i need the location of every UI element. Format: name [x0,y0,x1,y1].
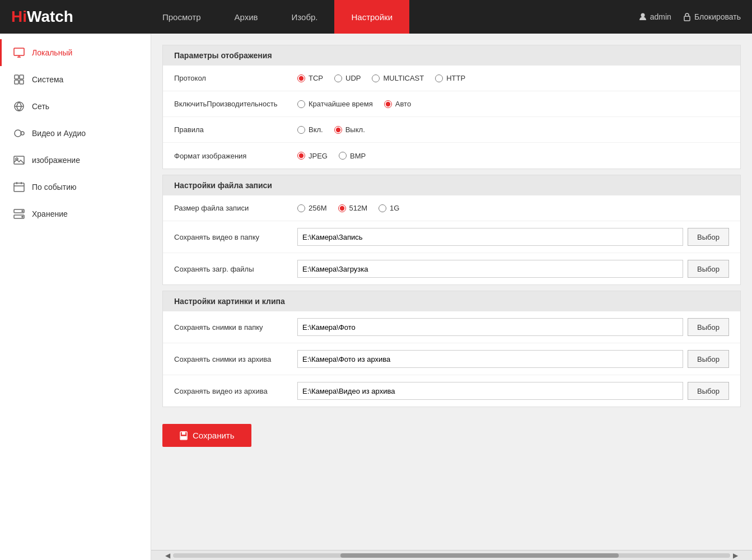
scroll-right-arrow[interactable]: ▶ [730,552,741,559]
download-folder-input[interactable] [297,260,683,278]
content-area: Параметры отображения Протокол TCP UDP [151,34,752,560]
scrollbar-thumb[interactable] [340,553,619,558]
video-folder-input-wrap: Выбор [297,228,729,246]
protocol-udp[interactable]: UDP [334,74,361,82]
sidebar: Локальный Система Сеть Видео и Аудио изо [0,34,151,560]
sidebar-item-network[interactable]: Сеть [0,93,151,120]
archive-video-browse-btn[interactable]: Выбор [688,382,729,400]
bottom-scrollbar[interactable]: ◀ ▶ [151,550,752,560]
archive-snapshots-input-wrap: Выбор [297,350,729,368]
video-icon [13,127,25,139]
record-section: Настройки файла записи Размер файла запи… [162,175,741,285]
protocol-tcp[interactable]: TCP [297,74,323,82]
size-512-radio[interactable] [338,204,346,212]
rules-off-label: Выкл. [345,125,365,134]
svg-rect-1 [684,16,690,21]
video-folder-browse-btn[interactable]: Выбор [688,228,729,246]
sidebar-item-events[interactable]: По событию [0,174,151,200]
perf-shortest-radio[interactable] [297,100,305,108]
performance-label: ВключитьПроизводительность [174,100,297,108]
protocol-udp-radio[interactable] [334,74,342,82]
block-icon [683,12,692,21]
performance-row: ВключитьПроизводительность Кратчайшее вр… [163,91,740,117]
imgformat-label: Формат изображения [174,152,297,160]
video-folder-input[interactable] [297,228,683,246]
scroll-left-arrow[interactable]: ◀ [162,552,173,559]
snapshots-folder-row: Сохранять снимки в папку Выбор [163,311,740,343]
snapshots-folder-controls: Выбор [297,318,729,336]
protocol-tcp-radio[interactable] [297,74,305,82]
rules-off-radio[interactable] [334,126,342,134]
protocol-multicast[interactable]: MULTICAST [372,74,424,82]
save-btn-label: Сохранить [193,431,235,440]
clip-section: Настройки картинки и клипа Сохранять сни… [162,291,741,407]
sidebar-item-local[interactable]: Локальный [0,39,151,66]
sidebar-item-storage[interactable]: Хранение [0,200,151,227]
perf-auto-radio[interactable] [384,100,392,108]
video-folder-label: Сохранять видео в папку [174,233,297,241]
svg-point-0 [641,13,644,17]
rules-on[interactable]: Вкл. [297,125,323,134]
sidebar-item-video-audio[interactable]: Видео и Аудио [0,120,151,147]
video-folder-row: Сохранять видео в папку Выбор [163,221,740,253]
svg-rect-5 [15,80,18,84]
perf-auto[interactable]: Авто [384,100,411,108]
calendar-icon [13,181,25,193]
format-bmp-radio[interactable] [339,152,347,160]
format-bmp[interactable]: BMP [339,152,366,160]
svg-point-15 [22,211,23,212]
perf-shortest[interactable]: Кратчайшее время [297,100,373,108]
svg-rect-19 [181,436,186,439]
svg-rect-3 [15,75,18,79]
size-1g[interactable]: 1G [379,204,399,212]
download-folder-row: Сохранять загр. файлы Выбор [163,253,740,284]
protocol-controls: TCP UDP MULTICAST HTTP [297,74,729,82]
rules-on-radio[interactable] [297,126,305,134]
size-256-radio[interactable] [297,204,305,212]
user-menu[interactable]: admin [638,12,671,21]
protocol-http[interactable]: HTTP [435,74,465,82]
archive-snapshots-input[interactable] [297,350,683,368]
save-btn-wrap: Сохранить [162,413,741,458]
scrollbar-track[interactable] [173,553,730,558]
size-1g-radio[interactable] [379,204,386,212]
snapshots-folder-input[interactable] [297,318,683,336]
imgformat-row: Формат изображения JPEG BMP [163,143,740,169]
save-button[interactable]: Сохранить [162,424,251,447]
clip-section-header: Настройки картинки и клипа [163,291,740,311]
download-folder-browse-btn[interactable]: Выбор [688,260,729,278]
archive-video-input[interactable] [297,382,683,400]
sidebar-label-storage: Хранение [32,209,68,218]
svg-rect-6 [20,80,24,84]
snapshots-folder-browse-btn[interactable]: Выбор [688,318,729,336]
protocol-multicast-radio[interactable] [372,74,380,82]
tab-settings[interactable]: Настройки [334,0,409,34]
imgformat-controls: JPEG BMP [297,152,729,160]
logo: HiWatch [11,8,123,26]
sidebar-item-image[interactable]: изображение [0,147,151,174]
system-icon [13,73,25,86]
rules-label: Правила [174,125,297,134]
main-layout: Локальный Система Сеть Видео и Аудио изо [0,34,752,560]
tab-archive[interactable]: Архив [218,0,275,34]
size-1g-label: 1G [390,204,399,212]
block-label: Блокировать [694,12,741,21]
display-section-header: Параметры отображения [163,45,740,66]
archive-snapshots-browse-btn[interactable]: Выбор [688,350,729,368]
size-256[interactable]: 256M [297,204,327,212]
tab-preview[interactable]: Просмотр [146,0,218,34]
tab-image[interactable]: Изобр. [275,0,335,34]
archive-video-input-wrap: Выбор [297,382,729,400]
download-folder-controls: Выбор [297,260,729,278]
protocol-http-radio[interactable] [435,74,443,82]
logo-hi: Hi [11,8,27,26]
size-512[interactable]: 512M [338,204,368,212]
format-jpeg[interactable]: JPEG [297,152,328,160]
block-btn[interactable]: Блокировать [683,12,741,21]
record-section-header: Настройки файла записи [163,175,740,195]
rules-off[interactable]: Выкл. [334,125,365,134]
image-icon [13,154,25,166]
format-jpeg-radio[interactable] [297,152,305,160]
archive-video-row: Сохранять видео из архива Выбор [163,375,740,407]
sidebar-item-system[interactable]: Система [0,66,151,93]
